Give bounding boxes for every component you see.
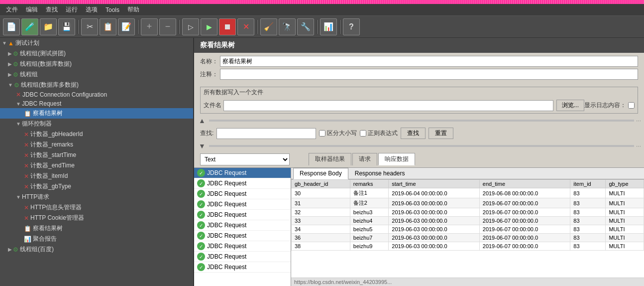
list-item-8[interactable]: ✓ JDBC Request (194, 252, 291, 262)
comment-input[interactable] (220, 69, 638, 80)
tree-item-jdbc-request[interactable]: ▼ JDBC Request (0, 99, 193, 108)
gear-icon: ⚙ (13, 246, 18, 253)
menu-run[interactable]: 运行 (62, 4, 82, 15)
tree-item-jdbc-config[interactable]: ✕ JDBC Connection Configuration (0, 90, 193, 99)
list-item-1[interactable]: ✓ JDBC Request (194, 178, 291, 189)
tree-item-http-header[interactable]: ✕ HTTP信息头管理器 (0, 202, 193, 213)
gear-icon: ⚙ (13, 61, 18, 68)
tree-label: 线程组(数据库数据) (20, 60, 72, 68)
tree-label: 线程组(百度) (20, 245, 54, 254)
tree-item-thread2[interactable]: ▶ ⚙ 线程组(数据库数据) (0, 59, 193, 69)
toolbar-help[interactable]: ? (343, 18, 360, 35)
toolbar-add[interactable]: + (141, 18, 158, 35)
regex-check[interactable]: 正则表达式 (360, 129, 398, 138)
case-label: 区分大小写 (327, 129, 357, 138)
menu-file[interactable]: 文件 (2, 4, 22, 15)
menu-edit[interactable]: 编辑 (22, 4, 42, 15)
toolbar-zoom[interactable]: 🔭 (279, 18, 296, 35)
list-item-0[interactable]: ✓ JDBC Request (194, 168, 291, 178)
list-label: JDBC Request (207, 264, 246, 271)
log-checkbox[interactable] (628, 102, 635, 109)
search-input[interactable] (216, 128, 316, 139)
toolbar-remove[interactable]: − (159, 18, 176, 35)
check-icon: ✓ (197, 221, 205, 229)
form-area: 名称： 注释： (194, 53, 644, 85)
list-item-6[interactable]: ✓ JDBC Request (194, 231, 291, 241)
table-cell: MULTI (606, 217, 644, 225)
tab-response-body[interactable]: Response Body (293, 168, 348, 179)
arrow-icon: ▼ (16, 194, 21, 200)
tree-item-thread3[interactable]: ▶ ⚙ 线程组 (0, 69, 193, 80)
tree-item-counter5[interactable]: ✕ 计数器_itemId (0, 171, 193, 181)
toolbar-copy[interactable]: 📋 (100, 18, 116, 35)
tree-item-thread5[interactable]: ▶ ⚙ 线程组(百度) (0, 244, 193, 255)
list-item-4[interactable]: ✓ JDBC Request (194, 210, 291, 220)
gear-icon: ⚙ (14, 82, 19, 89)
type-select[interactable]: Text XML HTML JSON (200, 153, 290, 165)
list-item-5[interactable]: ✓ JDBC Request (194, 220, 291, 231)
tree-item-counter6[interactable]: ✕ 计数器_gbType (0, 181, 193, 192)
gear-icon: ⚙ (13, 50, 18, 57)
toolbar-save[interactable]: 💾 (58, 18, 75, 35)
tree-item-counter3[interactable]: ✕ 计数器_startTime (0, 150, 193, 160)
search-button[interactable]: 查找 (401, 128, 426, 139)
browse-button[interactable]: 浏览... (556, 100, 584, 111)
case-sensitive-check[interactable]: 区分大小写 (319, 129, 357, 138)
cross-icon: ✕ (24, 183, 29, 190)
toolbar-start-all[interactable]: ▷ (182, 18, 199, 35)
search-area: 查找: 区分大小写 正则表达式 查找 重置 (194, 126, 644, 141)
tree-item-thread1[interactable]: ▶ ⚙ 线程组(测试拼团) (0, 48, 193, 59)
list-item-3[interactable]: ✓ JDBC Request (194, 199, 291, 210)
toolbar-analyze[interactable]: 🔧 (297, 18, 314, 35)
tab-request[interactable]: 请求 (352, 153, 377, 165)
tree-item-counter2[interactable]: ✕ 计数器_remarks (0, 140, 193, 150)
toolbar-cut[interactable]: ✂ (81, 18, 98, 35)
toolbar-folder[interactable]: 📁 (40, 18, 57, 35)
reset-button[interactable]: 重置 (429, 128, 453, 139)
regex-checkbox[interactable] (360, 130, 366, 137)
name-input[interactable] (220, 56, 638, 67)
list-item-9[interactable]: ✓ JDBC Request (194, 262, 291, 273)
tree-item-aggregate[interactable]: 📊 聚合报告 (0, 234, 193, 244)
tree-item-http-request[interactable]: ▼ HTTP请求 (0, 192, 193, 202)
tree-item-loop[interactable]: ▼ 循环控制器 (0, 119, 193, 129)
toolbar-report[interactable]: 📊 (320, 18, 337, 35)
tree-item-counter1[interactable]: ✕ 计数器_gbHeaderId (0, 129, 193, 140)
case-checkbox[interactable] (319, 130, 325, 137)
toolbar-paste[interactable]: 📝 (118, 18, 135, 35)
toolbar-stop[interactable]: ✕ (237, 18, 254, 35)
list-item-7[interactable]: ✓ JDBC Request (194, 241, 291, 252)
toolbar-clear[interactable]: 🧹 (260, 18, 277, 35)
dropdown-row: Text XML HTML JSON 取样器结果 请求 响应数据 (194, 151, 644, 167)
tab-response[interactable]: 响应数据 (378, 153, 415, 165)
tree-item-counter4[interactable]: ✕ 计数器_endTime (0, 160, 193, 171)
tab-response-headers[interactable]: Response headers (348, 168, 412, 179)
tree-item-http-cookie[interactable]: ✕ HTTP Cookie管理器 (0, 213, 193, 223)
menu-tools[interactable]: Tools (102, 5, 123, 14)
toolbar-new[interactable]: 📄 (3, 18, 20, 35)
arrow-up-btn[interactable]: ▲ (197, 117, 207, 125)
log-label: 显示日志内容： (584, 101, 626, 110)
arrow-down-btn[interactable]: ▼ (197, 142, 207, 150)
menu-find[interactable]: 查找 (42, 4, 62, 15)
menu-options[interactable]: 选项 (82, 4, 102, 15)
toolbar-stop-remote[interactable]: ⏹ (219, 18, 236, 35)
arrow-bar2: ▼ ··· (194, 141, 644, 151)
table-cell: 2019-06-07 00:00:00.0 (479, 208, 570, 217)
toolbar-start[interactable]: ▶ (201, 18, 217, 35)
tree-label: JDBC Request (22, 100, 61, 107)
data-table-container[interactable]: gb_header_id remarks start_time end_time… (291, 179, 644, 278)
tab-sampler-result[interactable]: 取样器结果 (309, 153, 351, 165)
table-cell: 83 (570, 188, 606, 198)
tree-item-thread4[interactable]: ▼ ⚙ 线程组(数据库多数据) (0, 80, 193, 90)
tree-item-result-tree2[interactable]: 📋 察看结果树 (0, 223, 193, 234)
comment-label: 注释： (200, 70, 220, 79)
tree-item-testplan[interactable]: ▼ ▲ 测试计划 (0, 38, 193, 48)
table-cell: beizhu5 (350, 225, 388, 234)
file-input[interactable] (223, 100, 553, 111)
menu-help[interactable]: 帮助 (123, 4, 143, 15)
toolbar-test[interactable]: 🧪 (21, 18, 38, 35)
list-item-2[interactable]: ✓ JDBC Request (194, 189, 291, 199)
tree-item-result-tree[interactable]: 📋 察看结果树 (0, 108, 193, 119)
table-cell: 2019-06-03 00:00:00.0 (389, 217, 480, 225)
